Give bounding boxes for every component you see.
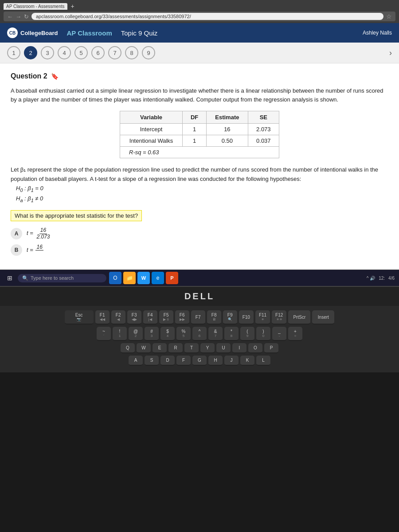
question-nav-8[interactable]: 8 <box>125 46 138 59</box>
question-nav-4[interactable]: 4 <box>58 46 71 59</box>
key-8[interactable]: *8 <box>224 327 239 341</box>
key-1[interactable]: !1 <box>113 327 127 341</box>
key-f5[interactable]: F5▶ II <box>159 310 173 325</box>
question-nav-bar: 1 2 3 4 5 6 7 8 9 › <box>0 43 399 63</box>
key-r[interactable]: R <box>168 343 183 353</box>
forward-button[interactable]: → <box>16 13 21 20</box>
taskbar-app-edge[interactable]: e <box>152 272 164 284</box>
key-esc[interactable]: Esc📷 <box>65 310 94 325</box>
collegeboard-logo[interactable]: CB CollegeBoard <box>7 27 58 38</box>
cell-se-walks: 0.037 <box>248 135 279 147</box>
key-y[interactable]: Y <box>200 343 215 353</box>
key-7[interactable]: &7 <box>208 327 223 341</box>
key-equals[interactable]: += <box>288 327 302 341</box>
key-f2[interactable]: F2◀ <box>111 310 125 325</box>
table-row-intentional-walks: Intentional Walks 1 0.50 0.037 <box>120 135 279 147</box>
new-tab-button[interactable]: + <box>69 3 76 10</box>
taskbar-time: 12: <box>379 276 385 281</box>
key-f9[interactable]: F9🔍 <box>223 310 237 325</box>
key-9[interactable]: (9 <box>240 327 254 341</box>
active-tab[interactable]: AP Classroom - Assessments <box>4 3 67 10</box>
key-d[interactable]: D <box>160 356 175 366</box>
address-input[interactable] <box>31 13 383 20</box>
question-nav-6[interactable]: 6 <box>91 46 105 59</box>
key-insert[interactable]: Insert <box>312 310 334 325</box>
alt-hypothesis: Ha : β1 ≠ 0 <box>16 194 388 204</box>
windows-start-icon[interactable]: ⊞ <box>4 273 15 283</box>
ap-classroom-label[interactable]: AP Classroom <box>67 29 112 37</box>
key-k[interactable]: K <box>240 356 254 366</box>
question-body-text: A baseball enthusiast carried out a simp… <box>11 86 388 104</box>
collegeboard-nav: CB CollegeBoard AP Classroom Topic 9 Qui… <box>0 23 399 43</box>
key-s[interactable]: S <box>145 356 159 366</box>
key-4[interactable]: $4 <box>160 327 175 341</box>
search-label: Type here to search <box>31 275 74 281</box>
key-o[interactable]: O <box>248 343 262 353</box>
key-j[interactable]: J <box>224 356 239 366</box>
choice-label-a: A <box>11 228 22 239</box>
key-f1[interactable]: F1◀◀ <box>95 310 110 325</box>
question-prompt: What is the appropriate test statistic f… <box>11 210 142 221</box>
key-6[interactable]: ^6 <box>192 327 207 341</box>
key-f11[interactable]: F11☀ <box>255 310 270 325</box>
key-f10[interactable]: F10 <box>239 310 254 325</box>
refresh-button[interactable]: ↻ <box>24 13 29 20</box>
key-u[interactable]: U <box>216 343 231 353</box>
key-a[interactable]: A <box>129 356 143 366</box>
key-f3[interactable]: F3◀▶ <box>127 310 141 325</box>
key-e[interactable]: E <box>153 343 167 353</box>
key-3[interactable]: #3 <box>145 327 159 341</box>
key-0[interactable]: )0 <box>256 327 270 341</box>
taskbar-app-word[interactable]: W <box>137 272 150 284</box>
answer-choice-a[interactable]: A t = 16 2.073 <box>11 227 388 239</box>
key-g[interactable]: G <box>192 356 207 366</box>
key-q[interactable]: Q <box>121 343 135 353</box>
key-f8[interactable]: F8🖥 <box>207 310 221 325</box>
choice-formula-a: t = 16 2.073 <box>27 227 51 239</box>
key-f12[interactable]: F12☀☀ <box>272 310 286 325</box>
bookmark-button[interactable]: ☆ <box>386 13 392 20</box>
key-2[interactable]: @2 <box>129 327 143 341</box>
key-f6[interactable]: F6▶▶ <box>175 310 189 325</box>
null-hypothesis: H0 : β1 = 0 <box>16 184 388 194</box>
cell-estimate-walks: 0.50 <box>207 135 248 147</box>
key-tilde[interactable]: ~` <box>97 327 111 341</box>
taskbar-app-files[interactable]: 📁 <box>123 272 136 284</box>
taskbar-app-powerpoint[interactable]: P <box>166 272 178 284</box>
key-f7[interactable]: F7 <box>191 310 205 325</box>
bookmark-icon[interactable]: 🔖 <box>51 73 59 80</box>
col-header-se: SE <box>248 111 279 124</box>
taskbar-app-browser[interactable]: O <box>109 272 121 284</box>
question-title: Question 2 🔖 <box>11 72 388 80</box>
key-5[interactable]: %5 <box>176 327 191 341</box>
cell-variable-intercept: Intercept <box>120 124 183 135</box>
key-t[interactable]: T <box>184 343 199 353</box>
key-l[interactable]: L <box>256 356 270 366</box>
key-i[interactable]: I <box>232 343 246 353</box>
question-nav-7[interactable]: 7 <box>108 46 121 59</box>
cell-estimate-intercept: 16 <box>207 124 248 135</box>
key-p[interactable]: P <box>264 343 278 353</box>
key-f4[interactable]: F4|◀ <box>143 310 157 325</box>
question-nav-1[interactable]: 1 <box>7 46 20 59</box>
user-name: Ashley Nalls <box>363 30 392 36</box>
choice-label-b: B <box>11 244 22 256</box>
back-button[interactable]: ← <box>7 13 13 20</box>
answer-choice-b[interactable]: B t = 16 <box>11 244 388 256</box>
key-w[interactable]: W <box>137 343 151 353</box>
cell-df-walks: 1 <box>183 135 207 147</box>
nav-arrow-right[interactable]: › <box>389 48 392 58</box>
taskbar-search[interactable]: 🔍 Type here to search <box>18 274 106 282</box>
keyboard: Esc📷 F1◀◀ F2◀ F3◀▶ F4|◀ F5▶ II F6▶▶ F7 F… <box>0 306 399 372</box>
browser-chrome: AP Classroom - Assessments + ← → ↻ ☆ <box>0 0 399 23</box>
quiz-title: Topic 9 Quiz <box>121 29 158 37</box>
keyboard-qwerty-row: Q W E R T Y U I O P <box>9 343 390 353</box>
key-f[interactable]: F <box>176 356 191 366</box>
question-nav-9[interactable]: 9 <box>142 46 155 59</box>
question-nav-2[interactable]: 2 <box>24 46 37 59</box>
key-prtscr[interactable]: PrtScr <box>288 310 310 325</box>
question-nav-5[interactable]: 5 <box>74 46 88 59</box>
key-h[interactable]: H <box>208 356 223 366</box>
key-minus[interactable]: _- <box>272 327 286 341</box>
question-nav-3[interactable]: 3 <box>41 46 54 59</box>
